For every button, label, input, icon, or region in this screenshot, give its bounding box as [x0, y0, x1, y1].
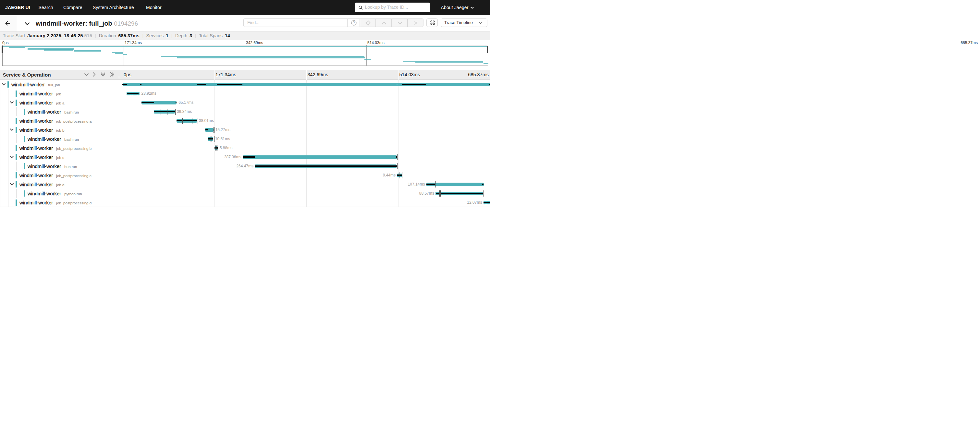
svg-text:?: ? [353, 21, 355, 25]
